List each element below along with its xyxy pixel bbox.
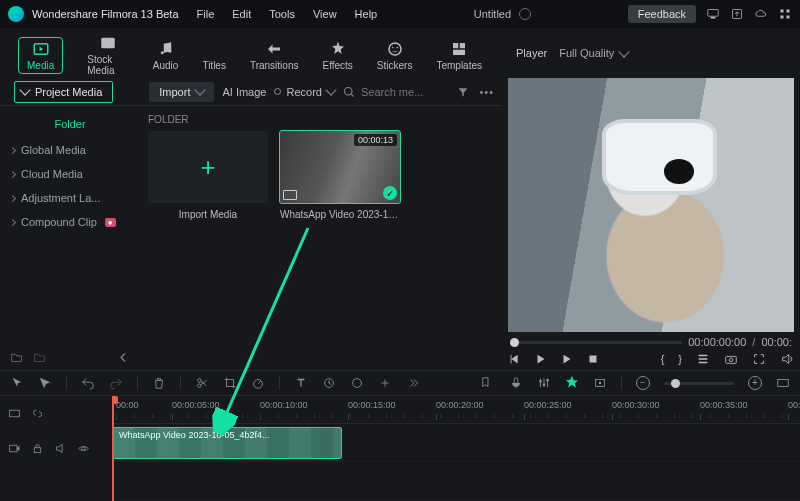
folder-icon[interactable] <box>33 351 46 364</box>
app-title: Wondershare Filmora 13 Beta <box>32 8 179 20</box>
mic-icon[interactable] <box>509 376 523 390</box>
lock-icon[interactable] <box>31 442 44 455</box>
tab-stickers-label: Stickers <box>377 60 413 71</box>
fullscreen-icon[interactable] <box>752 352 766 366</box>
playhead[interactable] <box>112 396 114 501</box>
prev-frame-icon[interactable] <box>508 352 522 366</box>
player-current-timecode: 00:00:00:00 <box>688 336 746 348</box>
svg-rect-34 <box>10 445 17 452</box>
tab-stock-media[interactable]: Stock Media <box>87 34 129 76</box>
ruler-tick: 00:00:35:00 <box>700 400 748 410</box>
zoom-out-button[interactable]: − <box>636 376 650 390</box>
audio-track-1[interactable] <box>112 462 800 500</box>
undo-icon[interactable] <box>81 376 95 390</box>
track-add-icon[interactable] <box>8 407 21 420</box>
speed-icon[interactable] <box>251 376 265 390</box>
save-cloud-icon[interactable] <box>730 8 744 20</box>
color-icon[interactable] <box>350 376 364 390</box>
text-tool-icon[interactable] <box>294 376 308 390</box>
video-track-1[interactable]: WhatsApp Video 2023-10-05_4b2f4... <box>112 424 800 462</box>
list-icon[interactable] <box>696 352 710 366</box>
zoom-fit-icon[interactable] <box>776 376 790 390</box>
timeline-ruler[interactable]: 00:00 00:00:05:00 00:00:10:00 00:00:15:0… <box>112 396 800 424</box>
sidebar-item-compound-clip[interactable]: Compound Clip● <box>0 210 140 234</box>
collapse-panel-icon[interactable] <box>117 351 130 364</box>
monitor-icon[interactable] <box>706 8 720 20</box>
project-media-dropdown[interactable]: Project Media <box>14 81 113 103</box>
apps-grid-icon[interactable] <box>778 8 792 20</box>
tab-media[interactable]: Media <box>18 37 63 74</box>
tab-effects[interactable]: Effects <box>322 40 352 71</box>
chevron-right-icon <box>9 170 16 177</box>
record-button[interactable]: Record <box>274 86 334 98</box>
tab-stickers[interactable]: Stickers <box>377 40 413 71</box>
menu-view[interactable]: View <box>313 8 337 20</box>
svg-rect-8 <box>101 38 115 49</box>
svg-point-29 <box>546 379 549 382</box>
cloud-icon[interactable] <box>754 8 768 20</box>
sidebar-item-global-media[interactable]: Global Media <box>0 138 140 162</box>
mixer-icon[interactable] <box>537 376 551 390</box>
tab-audio[interactable]: Audio <box>153 40 179 71</box>
new-folder-icon[interactable] <box>10 351 23 364</box>
ruler-tick: 00:00:05:00 <box>172 400 220 410</box>
delete-icon[interactable] <box>152 376 166 390</box>
mute-icon[interactable] <box>54 442 67 455</box>
player-progress-slider[interactable] <box>510 341 682 344</box>
player-quality-select[interactable]: Full Quality <box>559 47 628 59</box>
feedback-button[interactable]: Feedback <box>628 5 696 23</box>
menu-file[interactable]: File <box>197 8 215 20</box>
tab-audio-label: Audio <box>153 60 179 71</box>
more-tools-icon[interactable] <box>406 376 420 390</box>
tab-stock-label: Stock Media <box>87 54 129 76</box>
play-back-icon[interactable] <box>534 352 548 366</box>
tab-transitions[interactable]: Transitions <box>250 40 299 71</box>
render-icon[interactable] <box>593 376 607 390</box>
rename-icon[interactable] <box>519 8 531 20</box>
pointer-tool-icon[interactable] <box>10 376 24 390</box>
chevron-down-icon <box>195 84 206 95</box>
filter-icon[interactable] <box>457 86 469 98</box>
menu-edit[interactable]: Edit <box>232 8 251 20</box>
redo-icon[interactable] <box>109 376 123 390</box>
import-media-tile[interactable]: + <box>148 131 268 203</box>
volume-icon[interactable] <box>780 352 794 366</box>
grid-section-header: FOLDER <box>148 112 500 131</box>
timeline-clip[interactable]: WhatsApp Video 2023-10-05_4b2f4... <box>112 427 342 459</box>
tab-transitions-label: Transitions <box>250 60 299 71</box>
menu-tools[interactable]: Tools <box>269 8 295 20</box>
play-icon[interactable] <box>560 352 574 366</box>
sidebar-item-adjustment-layer[interactable]: Adjustment La... <box>0 186 140 210</box>
video-track-icon[interactable] <box>8 442 21 455</box>
ruler-tick: 00:00:20:00 <box>436 400 484 410</box>
ai-image-button[interactable]: AI Image <box>222 86 266 98</box>
svg-point-17 <box>344 87 352 95</box>
more-icon[interactable]: ••• <box>479 86 494 98</box>
select-tool-icon[interactable] <box>38 376 52 390</box>
ruler-tick: 00:00:25:00 <box>524 400 572 410</box>
zoom-slider[interactable] <box>664 382 734 385</box>
crop-icon[interactable] <box>223 376 237 390</box>
mark-in-icon[interactable]: { <box>661 353 665 365</box>
keyframe-icon[interactable] <box>322 376 336 390</box>
tab-templates[interactable]: Templates <box>436 40 482 71</box>
preview-viewer[interactable] <box>508 78 794 332</box>
snapshot-icon[interactable] <box>724 352 738 366</box>
search-input[interactable] <box>361 86 431 98</box>
ai-tools-icon[interactable] <box>565 375 579 389</box>
adjust-icon[interactable] <box>378 376 392 390</box>
zoom-in-button[interactable]: + <box>748 376 762 390</box>
menu-help[interactable]: Help <box>355 8 378 20</box>
visibility-icon[interactable] <box>77 442 90 455</box>
import-button[interactable]: Import <box>149 82 214 102</box>
mark-out-icon[interactable]: } <box>678 353 682 365</box>
split-icon[interactable] <box>195 376 209 390</box>
sidebar-item-cloud-media[interactable]: Cloud Media <box>0 162 140 186</box>
media-clip-tile[interactable]: 00:00:13 ✓ <box>280 131 400 203</box>
stop-icon[interactable] <box>586 352 600 366</box>
clip-caption: WhatsApp Video 2023-10-05... <box>280 203 400 220</box>
svg-point-25 <box>353 379 362 388</box>
tab-titles[interactable]: Titles <box>202 40 226 71</box>
track-link-icon[interactable] <box>31 407 44 420</box>
marker-icon[interactable] <box>481 376 495 390</box>
